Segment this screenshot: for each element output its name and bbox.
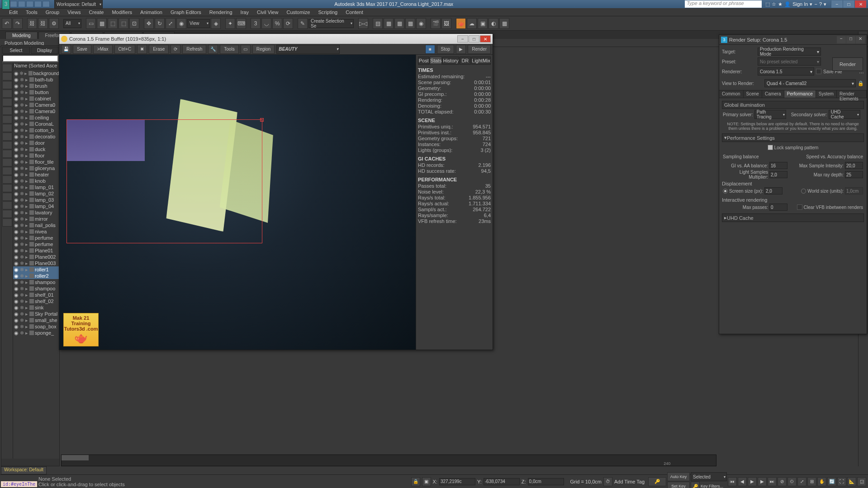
selection-filter-dropdown[interactable]: All [63, 19, 81, 28]
orbit-icon[interactable]: 🔄 [827, 477, 836, 486]
freeze-icon[interactable]: ❄ [19, 134, 24, 140]
se-row-bath-tub[interactable]: ◉❄▸bath-tub [13, 76, 59, 83]
zoom-all-icon[interactable]: ⊞ [807, 477, 816, 486]
se-row-cabinet[interactable]: ◉❄▸cabinet [13, 95, 59, 102]
vfb-refresh-button[interactable]: Refresh [182, 45, 206, 54]
se-row-lamp_03[interactable]: ◉❄▸lamp_03 [13, 197, 59, 203]
freeze-icon[interactable]: ❄ [19, 261, 24, 266]
rs-mp-spinner[interactable]: 0 [769, 204, 787, 211]
a360-icon[interactable]: ☁ [467, 18, 477, 29]
layer-icon[interactable]: ▦ [384, 18, 394, 29]
vfb-maximize-button[interactable]: □ [469, 35, 479, 43]
coord-x-input[interactable] [439, 478, 475, 485]
expand-icon[interactable]: ▸ [25, 204, 28, 209]
rs-msi-spinner[interactable]: 20,0 [845, 162, 863, 169]
se-row-gliceryna[interactable]: ◉❄▸gliceryna [13, 165, 59, 171]
visibility-icon[interactable]: ◉ [14, 242, 19, 247]
expand-icon[interactable]: ▸ [25, 147, 28, 152]
expand-icon[interactable]: ▸ [25, 273, 28, 279]
rs-mrd-spinner[interactable]: 25 [845, 171, 863, 178]
rs-ss-radio[interactable] [723, 189, 728, 194]
script-listener-output[interactable]: id:#eyeInThe [1, 481, 37, 487]
visibility-icon[interactable]: ◉ [14, 280, 19, 285]
teapot-icon[interactable]: 🫖 [456, 18, 466, 29]
visibility-icon[interactable]: ◉ [14, 254, 19, 260]
filter-hidden-icon[interactable] [2, 158, 12, 166]
expand-icon[interactable]: ▸ [25, 96, 28, 102]
freeze-icon[interactable]: ❄ [19, 159, 24, 165]
se-row-Sky Portal[interactable]: ◉❄▸Sky Portal [13, 311, 59, 317]
curve-editor-icon[interactable]: ▦ [394, 18, 404, 29]
se-invert-icon[interactable] [2, 193, 12, 201]
se-row-roller2[interactable]: ◉❄▸roller2 [13, 273, 59, 279]
vfb-render-view[interactable] [59, 55, 416, 350]
vfb-erase-button[interactable]: Erase [149, 45, 169, 54]
autodesk-icon[interactable]: ▣ [478, 18, 488, 29]
stats-tab-lightmix[interactable]: LightMix [471, 57, 491, 65]
coord-z-input[interactable] [528, 478, 564, 485]
vfb-region-button[interactable]: Region [252, 45, 275, 54]
expand-icon[interactable]: ▸ [25, 134, 28, 140]
se-filter-input[interactable] [2, 55, 58, 62]
freeze-icon[interactable]: ❄ [19, 229, 24, 235]
redo-icon[interactable]: ↷ [13, 18, 23, 29]
visibility-icon[interactable]: ◉ [14, 305, 19, 311]
menu-modifiers[interactable]: Modifiers [112, 9, 132, 15]
rs-tab-performance[interactable]: Performance [784, 90, 816, 98]
align-icon[interactable]: ▤ [373, 18, 383, 29]
visibility-icon[interactable]: ◉ [14, 121, 19, 127]
se-row-floor_tile[interactable]: ◉❄▸floor_tile [13, 159, 59, 165]
ribbon-group-label[interactable]: Polygon Modeling [5, 40, 44, 46]
freeze-icon[interactable]: ❄ [19, 292, 24, 298]
visibility-icon[interactable]: ◉ [14, 90, 19, 95]
expand-icon[interactable]: ▸ [25, 210, 28, 216]
prev-frame-icon[interactable]: ◀ [738, 477, 747, 486]
se-none-icon[interactable] [2, 184, 12, 192]
help-icon[interactable]: ? [819, 1, 822, 7]
select-rect-icon[interactable]: ⬚ [108, 18, 118, 29]
freeze-icon[interactable]: ❄ [19, 286, 24, 292]
freeze-icon[interactable]: ❄ [19, 197, 24, 203]
snap-icon[interactable]: 3 [251, 18, 261, 29]
keyboard-icon[interactable]: ⌨ [236, 18, 246, 29]
se-row-Plane002[interactable]: ◉❄▸Plane002 [13, 254, 59, 260]
visibility-icon[interactable]: ◉ [14, 166, 19, 171]
render-setup-icon[interactable]: 🎬 [431, 18, 441, 29]
expand-icon[interactable]: ▸ [25, 115, 28, 121]
freeze-icon[interactable]: ❄ [19, 71, 24, 76]
freeze-icon[interactable]: ❄ [19, 254, 24, 260]
menu-iray[interactable]: Iray [241, 9, 249, 15]
spinner-snap-icon[interactable]: ⟳ [283, 18, 293, 29]
visibility-icon[interactable]: ◉ [14, 153, 19, 159]
expand-icon[interactable]: ▸ [25, 261, 28, 266]
scale-icon[interactable]: ⤢ [166, 18, 175, 29]
goto-start-icon[interactable]: ⏮ [728, 477, 737, 486]
maximize-viewport-icon[interactable]: ⛶ [837, 477, 846, 486]
se-row-lamp_01[interactable]: ◉❄▸lamp_01 [13, 184, 59, 190]
filter-bone-icon[interactable] [2, 133, 12, 141]
coord-y-input[interactable] [484, 478, 520, 485]
vfb-titlebar[interactable]: Corona 1.5 Frame Buffer (1019×835px, 1:1… [59, 34, 493, 44]
se-row-mirror[interactable]: ◉❄▸mirror [13, 216, 59, 222]
rs-renderer-dropdown[interactable]: Corona 1.5 [758, 67, 814, 76]
expand-icon[interactable]: ▸ [25, 235, 28, 241]
bind-icon[interactable]: ⚙ [49, 18, 59, 29]
menu-tools[interactable]: Tools [26, 9, 38, 15]
visibility-icon[interactable]: ◉ [14, 204, 19, 209]
visibility-icon[interactable]: ◉ [14, 147, 19, 152]
se-row-perfume[interactable]: ◉❄▸perfume [13, 241, 59, 247]
se-all-icon[interactable] [2, 175, 12, 184]
pan-icon[interactable]: ✋ [817, 477, 826, 486]
menu-animation[interactable]: Animation [140, 9, 162, 15]
placement-icon[interactable]: ◉ [176, 18, 186, 29]
expand-icon[interactable]: ▸ [24, 71, 28, 76]
rs-tab-scene[interactable]: Scene [744, 90, 762, 98]
filter-container-icon[interactable] [2, 141, 12, 149]
rs-tab-system[interactable]: System [816, 90, 837, 98]
setkey-button[interactable]: Set Key [667, 482, 690, 488]
se-row-knob[interactable]: ◉❄▸knob [13, 178, 59, 184]
visibility-icon[interactable]: ◉ [14, 330, 19, 336]
se-row-Plane01[interactable]: ◉❄▸Plane01 [13, 247, 59, 254]
fov-icon[interactable]: 📐 [847, 477, 856, 486]
vfb-tools-button[interactable]: Tools [220, 45, 238, 54]
